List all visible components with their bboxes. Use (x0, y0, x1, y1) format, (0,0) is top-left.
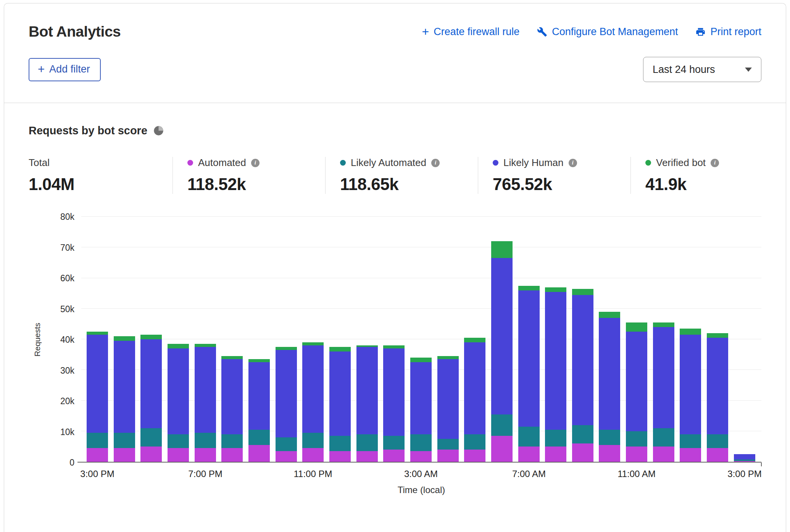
bar-segment[interactable] (221, 448, 243, 462)
bar-segment[interactable] (626, 332, 647, 431)
bar-segment[interactable] (437, 359, 459, 439)
bar-segment[interactable] (276, 451, 297, 462)
bar[interactable] (680, 217, 701, 462)
bar-segment[interactable] (248, 445, 270, 462)
bar-segment[interactable] (168, 344, 189, 348)
bar-segment[interactable] (680, 335, 701, 434)
bar-segment[interactable] (356, 347, 378, 434)
bar[interactable] (734, 217, 755, 462)
bar-segment[interactable] (383, 436, 405, 450)
bar-segment[interactable] (114, 433, 135, 448)
bar[interactable] (302, 217, 324, 462)
bar[interactable] (707, 217, 728, 462)
bar-segment[interactable] (114, 341, 135, 433)
bar-segment[interactable] (114, 336, 135, 341)
bar[interactable] (168, 217, 189, 462)
bar-segment[interactable] (491, 436, 513, 462)
bar-segment[interactable] (221, 434, 243, 448)
bar-segment[interactable] (734, 461, 755, 462)
bar-segment[interactable] (276, 347, 297, 350)
bar-segment[interactable] (140, 339, 162, 428)
bar[interactable] (410, 217, 432, 462)
bar[interactable] (383, 217, 405, 462)
bar[interactable] (491, 217, 513, 462)
bar-segment[interactable] (491, 414, 513, 436)
bar-segment[interactable] (464, 338, 485, 342)
bar-segment[interactable] (707, 338, 728, 434)
bar-segment[interactable] (653, 322, 674, 327)
bar[interactable] (572, 217, 593, 462)
bar-segment[interactable] (302, 433, 324, 448)
bar-segment[interactable] (545, 430, 566, 447)
bar-segment[interactable] (168, 448, 189, 462)
header-action-link[interactable]: Print report (695, 26, 761, 38)
bar-segment[interactable] (626, 322, 647, 332)
header-action-link[interactable]: + Create firewall rule (422, 26, 519, 38)
bar-segment[interactable] (410, 362, 432, 434)
bar-segment[interactable] (329, 347, 351, 351)
bar-segment[interactable] (653, 447, 674, 462)
bar-segment[interactable] (329, 436, 351, 451)
bar-segment[interactable] (599, 430, 620, 445)
bar-segment[interactable] (140, 335, 162, 339)
bar-segment[interactable] (302, 448, 324, 462)
info-icon[interactable] (431, 159, 440, 167)
bar[interactable] (464, 217, 485, 462)
bar-segment[interactable] (410, 451, 432, 462)
bar[interactable] (356, 217, 378, 462)
bar-segment[interactable] (248, 362, 270, 430)
bar[interactable] (437, 217, 459, 462)
header-action-link[interactable]: Configure Bot Management (537, 26, 678, 38)
time-range-select[interactable]: Last 24 hours (643, 57, 761, 82)
bar-segment[interactable] (545, 287, 566, 292)
bar-segment[interactable] (383, 348, 405, 436)
bar-segment[interactable] (87, 448, 108, 462)
bar-segment[interactable] (302, 345, 324, 433)
bar-segment[interactable] (140, 447, 162, 462)
bar-segment[interactable] (302, 342, 324, 345)
bar[interactable] (195, 217, 216, 462)
bar-segment[interactable] (707, 448, 728, 462)
bar-segment[interactable] (195, 347, 216, 433)
info-icon[interactable] (251, 159, 260, 167)
bar-segment[interactable] (572, 425, 593, 443)
bar-segment[interactable] (168, 348, 189, 434)
bar[interactable] (276, 217, 297, 462)
bar-segment[interactable] (518, 290, 540, 427)
bar-segment[interactable] (464, 342, 485, 434)
bar-segment[interactable] (653, 428, 674, 447)
bar-segment[interactable] (276, 350, 297, 437)
bar-segment[interactable] (599, 312, 620, 318)
bar-segment[interactable] (491, 241, 513, 258)
bar-segment[interactable] (383, 345, 405, 348)
bar-segment[interactable] (221, 359, 243, 434)
bar-segment[interactable] (707, 434, 728, 448)
bar-segment[interactable] (680, 434, 701, 448)
bar-segment[interactable] (114, 448, 135, 462)
bar-segment[interactable] (599, 318, 620, 430)
bar[interactable] (599, 217, 620, 462)
bar[interactable] (626, 217, 647, 462)
bar-segment[interactable] (518, 427, 540, 447)
bar-segment[interactable] (221, 356, 243, 359)
bar[interactable] (518, 217, 540, 462)
bar[interactable] (114, 217, 135, 462)
bar-segment[interactable] (87, 335, 108, 433)
bar-segment[interactable] (464, 434, 485, 450)
bar-segment[interactable] (195, 433, 216, 448)
bar-segment[interactable] (707, 333, 728, 338)
bar-segment[interactable] (329, 351, 351, 436)
bar[interactable] (221, 217, 243, 462)
bar-segment[interactable] (437, 439, 459, 450)
bar[interactable] (248, 217, 270, 462)
bar-segment[interactable] (276, 437, 297, 451)
bar-segment[interactable] (248, 430, 270, 445)
bar-segment[interactable] (437, 450, 459, 462)
bar-segment[interactable] (680, 448, 701, 462)
bar[interactable] (653, 217, 674, 462)
bar-segment[interactable] (599, 445, 620, 462)
info-icon[interactable] (711, 159, 719, 167)
bar-segment[interactable] (410, 358, 432, 362)
add-filter-button[interactable]: + Add filter (29, 58, 101, 81)
bar-segment[interactable] (248, 359, 270, 362)
